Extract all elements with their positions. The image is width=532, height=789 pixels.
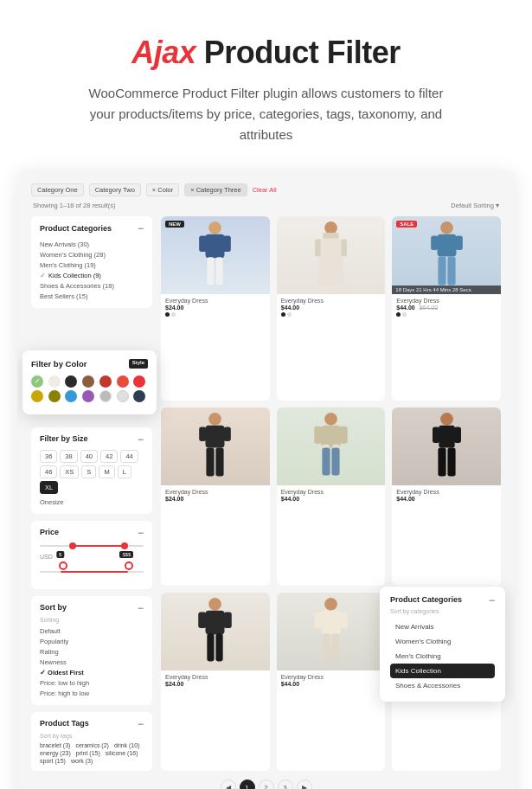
page-btn-1[interactable]: 1 — [240, 779, 255, 789]
color-blue[interactable] — [65, 390, 77, 402]
product-card-7[interactable]: Everyday Dress $24.00 — [161, 593, 270, 771]
cat-kids-collection[interactable]: Kids Collection — [390, 664, 495, 678]
size-s[interactable]: S — [81, 465, 96, 478]
product-card-5[interactable]: Everyday Dress $44.00 — [277, 407, 386, 586]
cat-item-best[interactable]: Best Sellers (15) — [40, 291, 144, 301]
product-card-8[interactable]: Everyday Dress $44.00 — [277, 593, 386, 771]
dot — [396, 312, 401, 317]
product-price-5: $44.00 — [281, 496, 381, 502]
size-xl[interactable]: XL — [40, 481, 58, 494]
figure-7 — [191, 595, 239, 669]
color-green[interactable] — [31, 375, 43, 388]
cat-item-womens[interactable]: Women's Clothing (28) — [40, 249, 144, 260]
color-white[interactable] — [117, 390, 129, 402]
screenshot-container: Category One Category Two × Color × Cate… — [17, 170, 515, 789]
color-beige[interactable] — [48, 375, 61, 388]
product-name-2: Everyday Dress — [281, 298, 381, 304]
next-page-btn[interactable]: ▶ — [297, 779, 312, 789]
sort-section: Sort by − Sorting Default Popularity Rat… — [31, 596, 152, 705]
color-purple[interactable] — [82, 390, 94, 402]
product-card-2[interactable]: Everyday Dress $44.00 — [277, 216, 386, 401]
product-price-6: $44.00 — [396, 496, 497, 502]
cat-item-mens[interactable]: Men's Clothing (19) — [40, 260, 144, 270]
tag-sport[interactable]: sport (15) — [40, 758, 66, 764]
sort-popularity[interactable]: Popularity — [40, 636, 144, 646]
sort-price-low[interactable]: Price: low to high — [40, 677, 144, 688]
cat-item-new-arrivals[interactable]: New Arrivals (30) — [40, 239, 144, 249]
sort-rating[interactable]: Rating — [40, 646, 144, 657]
cat-shoes[interactable]: Shoes & Accessories — [390, 678, 495, 693]
sort-collapse-icon[interactable]: − — [138, 603, 144, 613]
size-42[interactable]: 42 — [100, 450, 118, 463]
svg-rect-35 — [447, 447, 455, 476]
svg-rect-1 — [206, 234, 225, 258]
product-card-4[interactable]: Everyday Dress $24.00 — [161, 407, 270, 586]
color-black[interactable] — [65, 375, 77, 388]
svg-point-0 — [208, 221, 221, 234]
breadcrumb-chip-3[interactable]: × Category Three — [184, 183, 247, 196]
size-38[interactable]: 38 — [60, 450, 77, 463]
page-btn-3[interactable]: 3 — [278, 779, 293, 789]
tag-work[interactable]: work (3) — [71, 758, 93, 764]
size-46[interactable]: 46 — [40, 465, 57, 478]
cat-mens-clothing[interactable]: Men's Clothing — [390, 649, 495, 664]
size-onesize[interactable]: Onesize — [40, 497, 144, 507]
color-red[interactable] — [117, 375, 129, 388]
dot — [287, 312, 292, 317]
cat-item-kids[interactable]: ✓Kids Collection (9) — [40, 270, 144, 280]
size-collapse-icon[interactable]: − — [138, 434, 144, 445]
color-brown[interactable] — [82, 375, 94, 388]
breadcrumb-chip-1[interactable]: Category One — [31, 183, 84, 196]
tags-collapse-icon[interactable]: − — [138, 719, 144, 729]
svg-rect-7 — [323, 232, 338, 238]
cat-panel-collapse[interactable]: − — [489, 595, 495, 606]
size-36[interactable]: 36 — [40, 450, 57, 463]
prev-page-btn[interactable]: ◀ — [221, 779, 236, 789]
product-name-3: Everyday Dress — [396, 298, 497, 304]
dot — [171, 312, 176, 317]
size-44[interactable]: 44 — [120, 450, 138, 463]
dot — [165, 312, 170, 317]
price-thumb-right[interactable] — [121, 542, 128, 549]
page-btn-2[interactable]: 2 — [259, 779, 274, 789]
color-red-bright[interactable] — [133, 375, 145, 388]
tag-silicone[interactable]: silicone (16) — [106, 750, 138, 756]
breadcrumb-chip-color[interactable]: × Color — [146, 183, 179, 196]
color-red-dark[interactable] — [99, 375, 112, 388]
sort-newness[interactable]: Newness — [40, 657, 144, 667]
product-categories-section: Product Categories − New Arrivals (30) W… — [31, 216, 152, 308]
cat-item-shoes[interactable]: Shoes & Accessories (18) — [40, 280, 144, 291]
size-l[interactable]: L — [118, 465, 131, 478]
clear-all-link[interactable]: Clear All — [253, 186, 277, 194]
tag-drink[interactable]: drink (10) — [114, 742, 140, 748]
size-40[interactable]: 40 — [80, 450, 98, 463]
color-olive[interactable] — [48, 390, 61, 402]
size-m[interactable]: M — [99, 465, 114, 478]
sort-dropdown[interactable]: Default Sorting ▾ — [451, 202, 499, 209]
color-gold[interactable] — [31, 390, 43, 402]
sort-oldest[interactable]: ✓ Oldest First — [40, 667, 144, 677]
product-image-8 — [277, 593, 386, 670]
collapse-icon[interactable]: − — [138, 223, 144, 234]
color-navy[interactable] — [133, 390, 145, 402]
color-gray[interactable] — [99, 390, 112, 402]
size-xs[interactable]: XS — [60, 465, 79, 478]
price-thumb-left[interactable] — [69, 542, 76, 549]
sort-default[interactable]: Default — [40, 625, 144, 636]
tag-ceramics[interactable]: ceramics (2) — [75, 742, 109, 748]
breadcrumb-chip-2[interactable]: Category Two — [89, 183, 141, 196]
tag-print[interactable]: print (15) — [76, 750, 100, 756]
slider-handle-left[interactable]: $ — [59, 561, 67, 570]
tag-energy[interactable]: energy (23) — [40, 750, 71, 756]
sort-price-high[interactable]: Price: high to low — [40, 688, 144, 698]
product-name-7: Everyday Dress — [165, 674, 266, 680]
svg-rect-37 — [206, 610, 225, 634]
product-card-6[interactable]: Everyday Dress $44.00 — [392, 407, 501, 586]
tag-bracelet[interactable]: bracelet (3) — [40, 742, 70, 748]
price-collapse-icon[interactable]: − — [138, 528, 144, 538]
slider-handle-right[interactable]: $$$ — [125, 561, 133, 570]
cat-new-arrivals[interactable]: New Arrivals — [390, 619, 495, 634]
product-card-1[interactable]: NEW Everyday Dress $24.00 — [161, 216, 270, 401]
cat-womens-clothing[interactable]: Women's Clothing — [390, 634, 495, 649]
product-card-3[interactable]: SALE 18 Days 21 Hrs 44 Mins 28 Secs Ever… — [392, 216, 501, 401]
